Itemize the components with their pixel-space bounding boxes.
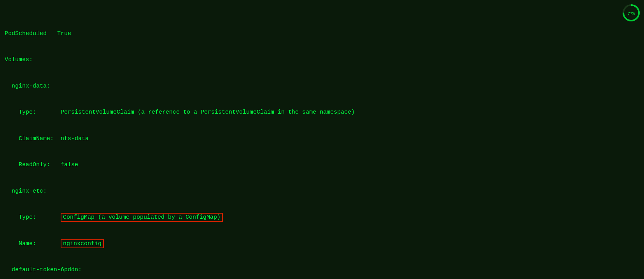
nginxconfig-highlight: nginxconfig	[61, 239, 104, 248]
claimname-line: ClaimName: nfs-data	[5, 135, 639, 144]
podscheduled-line: PodScheduled True	[5, 30, 639, 39]
svg-text:77%: 77%	[628, 12, 635, 16]
type2-line: Type: ConfigMap (a volume populated by a…	[5, 213, 639, 222]
volumes-line: Volumes:	[5, 56, 639, 65]
configmap-highlight: ConfigMap (a volume populated by a Confi…	[61, 213, 223, 222]
progress-circle: 77%	[621, 3, 641, 23]
nginx-etc-line: nginx-etc:	[5, 187, 639, 196]
name-line: Name: nginxconfig	[5, 240, 639, 249]
default-token-line: default-token-6pddn:	[5, 266, 639, 275]
nginx-data-line: nginx-data:	[5, 82, 639, 91]
terminal-output: PodScheduled True Volumes: nginx-data: T…	[5, 3, 639, 279]
type1-line: Type: PersistentVolumeClaim (a reference…	[5, 108, 639, 117]
readonly-line: ReadOnly: false	[5, 161, 639, 170]
